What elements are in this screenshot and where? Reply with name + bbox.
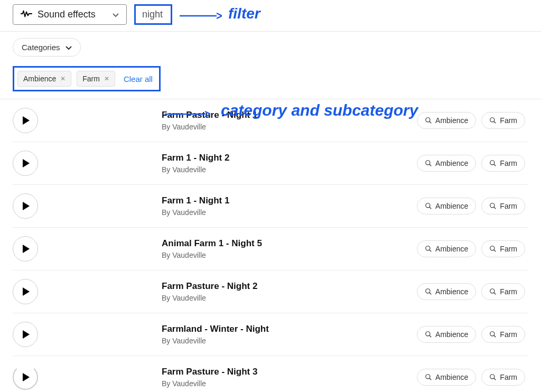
tag-ambience[interactable]: Ambience xyxy=(417,283,476,300)
track-info: Farm Pasture - Night 2 By Vaudeville xyxy=(162,281,417,302)
track-title: Farm 1 - Night 2 xyxy=(162,153,417,163)
svg-line-15 xyxy=(430,250,432,252)
svg-line-13 xyxy=(494,207,496,209)
svg-point-24 xyxy=(490,332,495,336)
tag-ambience[interactable]: Ambience xyxy=(417,326,476,343)
play-button[interactable] xyxy=(13,322,38,347)
track-info: Farmland - Winter - Night By Vaudeville xyxy=(162,324,417,345)
svg-point-8 xyxy=(490,161,495,165)
search-icon xyxy=(425,374,432,381)
top-bar: Sound effects night filter xyxy=(0,0,541,32)
search-icon xyxy=(489,245,497,253)
play-icon xyxy=(23,245,30,253)
svg-point-6 xyxy=(426,161,430,165)
type-select-label: Sound effects xyxy=(38,9,113,20)
play-button[interactable] xyxy=(13,151,38,176)
play-button-loading[interactable] xyxy=(13,365,38,390)
tag-ambience[interactable]: Ambience xyxy=(417,240,476,257)
track-author: By Vaudeville xyxy=(162,251,417,259)
tag-ambience[interactable]: Ambience xyxy=(417,112,476,129)
tag-ambience[interactable]: Ambience xyxy=(417,369,476,386)
chip-label: Farm xyxy=(82,74,100,83)
svg-point-28 xyxy=(490,375,495,379)
svg-line-9 xyxy=(494,164,496,166)
search-input[interactable]: night xyxy=(142,9,163,20)
track-author: By Vaudeville xyxy=(162,294,417,302)
type-select-dropdown[interactable]: Sound effects xyxy=(13,4,127,25)
spinner-icon xyxy=(13,365,38,390)
svg-line-11 xyxy=(430,207,432,209)
active-filters: Ambience ✕ Farm ✕ Clear all xyxy=(13,66,528,91)
tag-farm[interactable]: Farm xyxy=(481,155,525,172)
svg-point-2 xyxy=(426,118,430,122)
track-author: By Vaudeville xyxy=(162,208,417,217)
search-icon xyxy=(425,288,432,295)
tag-farm[interactable]: Farm xyxy=(481,283,525,300)
search-icon xyxy=(489,288,497,295)
play-icon xyxy=(23,202,30,210)
svg-point-16 xyxy=(490,246,495,250)
svg-line-7 xyxy=(430,164,432,166)
track-author: By Vaudeville xyxy=(162,337,417,345)
search-icon xyxy=(489,117,497,124)
track-info: Farm 1 - Night 1 By Vaudeville xyxy=(162,195,417,217)
search-icon xyxy=(489,160,497,167)
filter-highlight-box: Ambience ✕ Farm ✕ Clear all xyxy=(13,66,161,91)
play-icon xyxy=(23,159,30,167)
svg-line-29 xyxy=(494,378,496,380)
play-icon xyxy=(23,330,30,339)
close-icon[interactable]: ✕ xyxy=(104,75,109,82)
tag-ambience[interactable]: Ambience xyxy=(417,155,476,172)
close-icon[interactable]: ✕ xyxy=(60,75,66,82)
filter-chip-ambience[interactable]: Ambience ✕ xyxy=(17,71,71,87)
search-icon xyxy=(425,245,432,253)
results-list: Farm Pasture - Night 1 By Vaudeville Amb… xyxy=(0,99,541,392)
track-info: Animal Farm 1 - Night 5 By Vaudeville xyxy=(162,238,417,259)
play-icon xyxy=(23,116,30,125)
track-tags: Ambience Farm xyxy=(417,240,525,257)
tag-farm[interactable]: Farm xyxy=(481,326,525,343)
track-title: Farm 1 - Night 1 xyxy=(162,195,417,206)
svg-point-22 xyxy=(426,332,430,336)
search-input-highlight: night xyxy=(134,4,172,25)
play-button[interactable] xyxy=(13,236,38,262)
categories-dropdown[interactable]: Categories xyxy=(13,38,81,57)
svg-line-27 xyxy=(430,378,432,380)
svg-line-3 xyxy=(430,122,432,124)
svg-point-4 xyxy=(490,118,495,122)
svg-point-12 xyxy=(490,203,495,208)
track-tags: Ambience Farm xyxy=(417,369,525,386)
play-button[interactable] xyxy=(13,279,38,304)
search-icon xyxy=(489,202,497,210)
svg-point-14 xyxy=(426,246,430,250)
tag-farm[interactable]: Farm xyxy=(481,240,525,257)
track-title: Farmland - Winter - Night xyxy=(162,324,417,334)
svg-line-25 xyxy=(494,335,496,338)
tag-farm[interactable]: Farm xyxy=(481,112,525,129)
categories-label: Categories xyxy=(22,43,60,52)
track-title: Farm Pasture - Night 3 xyxy=(162,367,417,377)
waveform-icon xyxy=(21,10,32,20)
play-button[interactable] xyxy=(13,193,38,219)
search-icon xyxy=(425,117,432,124)
play-button[interactable] xyxy=(13,108,38,133)
svg-point-10 xyxy=(426,203,430,208)
annotation-category-label: category and subcategory xyxy=(221,101,418,119)
track-title: Animal Farm 1 - Night 5 xyxy=(162,238,417,249)
chevron-down-icon xyxy=(113,10,119,20)
chevron-down-icon xyxy=(66,43,72,52)
svg-line-19 xyxy=(430,293,432,295)
track-title: Farm Pasture - Night 2 xyxy=(162,281,417,292)
track-tags: Ambience Farm xyxy=(417,112,525,129)
chip-label: Ambience xyxy=(23,74,56,83)
tag-farm[interactable]: Farm xyxy=(481,369,525,386)
track-author: By Vaudeville xyxy=(162,379,417,388)
clear-all-button[interactable]: Clear all xyxy=(120,72,156,86)
svg-line-21 xyxy=(494,293,496,295)
track-author: By Vaudeville xyxy=(162,165,417,174)
tag-ambience[interactable]: Ambience xyxy=(417,198,476,214)
filter-chip-farm[interactable]: Farm ✕ xyxy=(77,71,115,87)
track-tags: Ambience Farm xyxy=(417,198,525,214)
tag-farm[interactable]: Farm xyxy=(481,198,525,214)
search-icon xyxy=(489,374,497,381)
